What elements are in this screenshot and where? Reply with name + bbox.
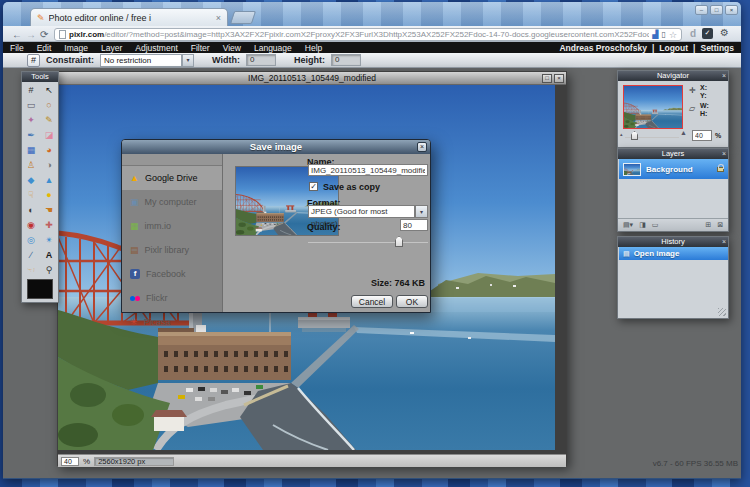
history-entry-open-image[interactable]: ▤ Open image — [619, 247, 728, 260]
tool-colorpicker[interactable]: ∕ — [22, 247, 40, 262]
navigator-zoom-input[interactable] — [692, 130, 712, 141]
destination-imm-io[interactable]: ▦ imm.io — [122, 214, 222, 238]
destination-my-computer[interactable]: ▣ My computer — [122, 190, 222, 214]
navigator-zoom-handle[interactable] — [631, 131, 638, 140]
cancel-button[interactable]: Cancel — [351, 295, 393, 308]
shield-extension-icon[interactable]: ✓ — [702, 28, 713, 39]
window-maximize-button[interactable]: □ — [710, 5, 723, 15]
destination-picasa[interactable]: ✳ Picasa — [122, 310, 222, 334]
dialog-destinations: ▲ Google Drive ▣ My computer ▦ imm.io ▤ … — [122, 154, 223, 312]
tool-wand[interactable]: ✦ — [22, 112, 40, 127]
menu-edit[interactable]: Edit — [37, 43, 52, 53]
layer-settings-icon[interactable]: ▤▾ — [623, 221, 633, 229]
tool-eraser[interactable]: ◪ — [40, 127, 58, 142]
tool-marquee[interactable]: ▭ — [22, 97, 40, 112]
tool-zoom[interactable]: ⚲ — [40, 262, 58, 277]
format-dropdown-icon[interactable]: ▾ — [415, 205, 428, 218]
tool-paint-bucket[interactable]: ◕ — [40, 142, 58, 157]
menu-image[interactable]: Image — [64, 43, 88, 53]
navigator-thumbnail[interactable] — [623, 85, 683, 129]
tool-clone-stamp[interactable]: ♙ — [22, 157, 40, 172]
new-layer-icon[interactable]: ⊞ — [705, 221, 711, 229]
tool-spot-heal[interactable]: ✚ — [40, 217, 58, 232]
ok-button[interactable]: OK — [396, 295, 428, 308]
tool-blur[interactable]: ◆ — [22, 172, 40, 187]
forward-button[interactable]: → — [26, 28, 36, 42]
navigator-close-icon[interactable]: × — [722, 72, 726, 80]
menu-layer[interactable]: Layer — [101, 43, 122, 53]
image-minimize-button[interactable]: □ — [542, 74, 552, 83]
url-text[interactable]: pixlr.com/editor/?method=post&image=http… — [69, 30, 649, 39]
zoom-level-input[interactable]: 40 — [61, 457, 79, 466]
layer-mask-icon[interactable]: ◨ — [639, 221, 646, 229]
lock-icon[interactable] — [717, 167, 724, 172]
tool-type[interactable]: A — [40, 247, 58, 262]
dialog-titlebar[interactable]: Save image × — [122, 140, 430, 154]
quality-slider-track[interactable] — [308, 242, 428, 243]
phone-icon[interactable]: ▯ — [662, 30, 666, 39]
tool-color-replace[interactable]: ◑ — [40, 157, 58, 172]
url-path: /editor/?method=post&image=httpX3AX2FX2F… — [104, 30, 649, 39]
destination-pixlr-library[interactable]: ▤ Pixlr library — [122, 238, 222, 262]
window-close-button[interactable]: × — [725, 5, 738, 15]
destination-flickr[interactable]: Flickr — [122, 286, 222, 310]
layer-styles-icon[interactable]: ▭ — [652, 221, 659, 229]
tool-gradient[interactable]: ▦ — [22, 142, 40, 157]
tool-hand[interactable]: ☜ — [22, 262, 40, 277]
constraint-select[interactable]: No restriction — [100, 54, 182, 67]
image-window-titlebar[interactable]: IMG_20110513_105449_modified □ × — [58, 72, 566, 85]
wrench-menu-icon[interactable]: ⚙ — [720, 27, 729, 38]
delete-layer-icon[interactable]: ⊠ — [717, 221, 723, 229]
quality-label: Quality: — [307, 222, 341, 232]
logout-link[interactable]: Logout — [659, 43, 688, 53]
panel-resize-grip[interactable] — [718, 308, 726, 316]
history-close-icon[interactable]: × — [722, 238, 726, 246]
save-as-copy-checkbox[interactable]: ✓ — [309, 182, 318, 191]
layers-close-icon[interactable]: × — [722, 150, 726, 158]
image-close-button[interactable]: × — [554, 74, 564, 83]
tool-crop[interactable]: # — [22, 82, 40, 97]
quality-slider-handle[interactable] — [395, 236, 403, 247]
quality-input[interactable] — [400, 219, 428, 231]
format-select[interactable]: JPEG (Good for most photos) — [308, 205, 415, 218]
menu-language[interactable]: Language — [254, 43, 292, 53]
tool-sponge[interactable]: ● — [40, 187, 58, 202]
tool-lasso[interactable]: ○ — [40, 97, 58, 112]
extension-d-icon[interactable]: d — [690, 28, 696, 39]
tool-pencil[interactable]: ✎ — [40, 112, 58, 127]
browser-tab[interactable]: ✎ Photo editor online / free i × — [30, 8, 228, 26]
dialog-close-icon[interactable]: × — [417, 142, 427, 152]
h-label: H: — [700, 110, 707, 117]
menu-file[interactable]: File — [10, 43, 24, 53]
back-button[interactable]: ← — [12, 28, 22, 42]
layer-row-background[interactable]: Background — [619, 159, 728, 179]
menu-filter[interactable]: Filter — [191, 43, 210, 53]
tool-pinch[interactable]: ✴ — [40, 232, 58, 247]
window-minimize-button[interactable]: – — [695, 5, 708, 15]
tool-red-eye[interactable]: ◉ — [22, 217, 40, 232]
tool-move[interactable]: ↖ — [40, 82, 58, 97]
settings-link[interactable]: Settings — [700, 43, 734, 53]
height-input[interactable]: 0 — [331, 54, 361, 66]
name-input[interactable] — [308, 164, 428, 176]
destination-facebook[interactable]: f Facebook — [122, 262, 222, 286]
tool-dodge[interactable]: ◐ — [22, 202, 40, 217]
reload-button[interactable]: ⟳ — [40, 28, 48, 42]
menu-adjustment[interactable]: Adjustment — [135, 43, 178, 53]
bookmark-star-icon[interactable]: ☆ — [669, 30, 677, 40]
tool-sharpen[interactable]: ▲ — [40, 172, 58, 187]
tool-bloat[interactable]: ◎ — [22, 232, 40, 247]
address-bar[interactable]: pixlr.com/editor/?method=post&image=http… — [54, 28, 682, 41]
tool-smudge[interactable]: ☟ — [22, 187, 40, 202]
constraint-dropdown-icon[interactable]: ▾ — [182, 54, 194, 67]
tool-brush[interactable]: ✒ — [22, 127, 40, 142]
destination-google-drive[interactable]: ▲ Google Drive — [122, 166, 222, 190]
color-swatch[interactable] — [27, 279, 53, 299]
graph-icon[interactable]: ▟ — [652, 30, 658, 39]
menu-view[interactable]: View — [223, 43, 241, 53]
tab-close-icon[interactable]: × — [216, 13, 221, 23]
new-tab-button[interactable] — [230, 11, 256, 24]
width-input[interactable]: 0 — [246, 54, 276, 66]
tool-burn[interactable]: ☚ — [40, 202, 58, 217]
menu-help[interactable]: Help — [305, 43, 322, 53]
